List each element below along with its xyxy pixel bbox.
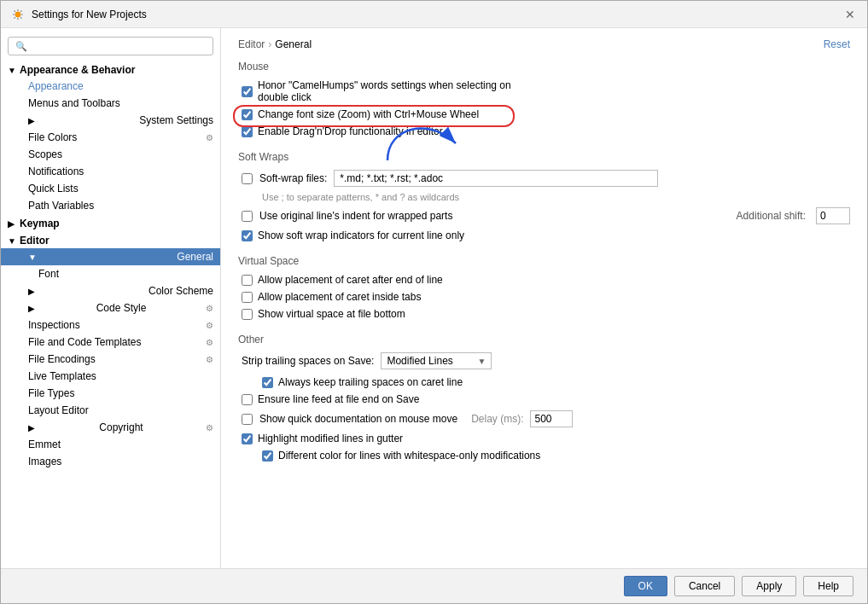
mouse-section: Mouse Honor "CamelHumps" words settings … (238, 61, 850, 137)
title-bar: Settings for New Projects ✕ (1, 1, 867, 28)
expand-arrow-system: ▶ (28, 116, 37, 125)
title-bar-left: Settings for New Projects (11, 8, 147, 21)
breadcrumb: Editor › General (238, 38, 850, 50)
sidebar-item-menus-toolbars[interactable]: Menus and Toolbars (1, 95, 220, 112)
show-indicators-checkbox[interactable] (242, 230, 253, 241)
additional-shift-input[interactable] (816, 207, 850, 224)
show-indicators-row: Show soft wrap indicators for current li… (238, 229, 850, 241)
cancel-button[interactable]: Cancel (674, 576, 735, 596)
show-quick-doc-row: Show quick documentation on mouse move D… (238, 410, 850, 427)
sidebar-item-file-types[interactable]: File Types (1, 385, 220, 402)
sidebar-item-font[interactable]: Font (1, 265, 220, 282)
sidebar-item-system-settings[interactable]: ▶ System Settings (1, 112, 220, 129)
always-keep-trailing-label: Always keep trailing spaces on caret lin… (278, 376, 463, 388)
sidebar-item-code-style-label: Code Style (96, 302, 147, 314)
sidebar-item-notifications[interactable]: Notifications (1, 163, 220, 180)
additional-shift-label: Additional shift: (737, 210, 806, 222)
expand-arrow-keymap: ▶ (8, 219, 16, 229)
different-color-checkbox[interactable] (262, 450, 273, 462)
dialog-footer: OK Cancel Apply Help (1, 568, 867, 603)
sidebar-section-keymap-label: Keymap (20, 218, 60, 229)
ensure-line-feed-label: Ensure line feed at file end on Save (258, 393, 419, 405)
allow-caret-tabs-label: Allow placement of caret inside tabs (258, 291, 421, 303)
sidebar-item-file-encodings[interactable]: File Encodings ⚙ (1, 351, 220, 368)
sidebar-item-general-label: General (177, 251, 213, 263)
highlight-modified-label: Highlight modified lines in gutter (258, 433, 403, 444)
sidebar-item-appearance[interactable]: Appearance (1, 78, 220, 95)
sidebar-item-layout-editor[interactable]: Layout Editor (1, 402, 220, 419)
expand-arrow-code-style: ▶ (28, 304, 37, 313)
use-original-indent-label: Use original line's indent for wrapped p… (259, 210, 452, 222)
sidebar-item-scopes[interactable]: Scopes (1, 146, 220, 163)
strip-trailing-value: Modified Lines (387, 355, 452, 367)
strip-trailing-dropdown[interactable]: Modified Lines ▼ (381, 352, 492, 369)
sidebar-item-live-templates[interactable]: Live Templates (1, 368, 220, 385)
file-colors-icon: ⚙ (206, 133, 213, 142)
soft-wrap-files-input[interactable] (334, 170, 658, 187)
sidebar-item-inspections[interactable]: Inspections ⚙ (1, 317, 220, 334)
show-virtual-space-checkbox[interactable] (242, 309, 253, 320)
sidebar-section-keymap[interactable]: ▶ Keymap (1, 214, 220, 231)
close-button[interactable]: ✕ (843, 8, 857, 21)
sidebar-item-copyright[interactable]: ▶ Copyright ⚙ (1, 419, 220, 436)
breadcrumb-parent: Editor (238, 38, 265, 50)
sidebar-item-copyright-label: Copyright (99, 421, 143, 433)
svg-point-0 (15, 12, 20, 17)
sidebar-item-file-code-templates[interactable]: File and Code Templates ⚙ (1, 334, 220, 351)
settings-dialog: Settings for New Projects ✕ 🔍 ▼ Appearan… (0, 0, 868, 604)
ensure-line-feed-checkbox[interactable] (242, 394, 253, 405)
ok-button[interactable]: OK (624, 576, 667, 596)
delay-input[interactable] (530, 410, 573, 427)
sidebar-section-editor[interactable]: ▼ Editor (1, 231, 220, 248)
search-input[interactable] (31, 40, 206, 52)
reset-link[interactable]: Reset (824, 38, 850, 50)
honor-camelhumps-label: Honor "CamelHumps" words settings when s… (258, 79, 511, 103)
dropdown-arrow-icon: ▼ (478, 357, 486, 366)
sidebar-section-editor-label: Editor (20, 235, 50, 247)
code-style-icon: ⚙ (206, 304, 213, 313)
allow-caret-tabs-checkbox[interactable] (242, 292, 253, 303)
sidebar-item-color-scheme[interactable]: ▶ Color Scheme (1, 282, 220, 299)
allow-caret-end-checkbox[interactable] (242, 275, 253, 286)
apply-button[interactable]: Apply (742, 576, 796, 596)
sidebar-section-appearance-label: Appearance & Behavior (20, 64, 135, 76)
show-virtual-space-label: Show virtual space at file bottom (258, 308, 405, 320)
different-color-row: Different color for lines with whitespac… (238, 450, 850, 462)
help-button[interactable]: Help (803, 576, 853, 596)
sidebar-item-appearance-label: Appearance (28, 80, 84, 92)
sidebar-item-path-variables[interactable]: Path Variables (1, 197, 220, 214)
soft-wrap-files-checkbox[interactable] (242, 173, 253, 184)
honor-camelhumps-checkbox[interactable] (242, 86, 253, 97)
show-quick-doc-checkbox[interactable] (242, 414, 253, 425)
highlight-modified-checkbox[interactable] (242, 433, 253, 444)
show-quick-doc-label: Show quick documentation on mouse move (259, 413, 457, 425)
virtual-space-title: Virtual Space (238, 255, 850, 267)
enable-dragndrop-checkbox[interactable] (242, 126, 253, 137)
allow-caret-tabs-row: Allow placement of caret inside tabs (238, 291, 850, 303)
sidebar-item-general[interactable]: ▼ General (1, 248, 220, 265)
soft-wrap-files-row: Soft-wrap files: (238, 170, 850, 187)
sidebar-item-quick-lists[interactable]: Quick Lists (1, 180, 220, 197)
always-keep-trailing-checkbox[interactable] (262, 377, 273, 388)
expand-arrow-general: ▼ (28, 253, 37, 262)
change-font-size-checkbox[interactable] (242, 109, 253, 120)
sidebar-item-images[interactable]: Images (1, 453, 220, 470)
soft-wrap-files-label: Soft-wrap files: (259, 172, 327, 184)
strip-trailing-label: Strip trailing spaces on Save: (242, 355, 374, 367)
sidebar-item-menus-toolbars-label: Menus and Toolbars (28, 97, 120, 109)
mouse-section-title: Mouse (238, 61, 850, 73)
sidebar-item-emmet[interactable]: Emmet (1, 436, 220, 453)
honor-camelhumps-row: Honor "CamelHumps" words settings when s… (238, 79, 850, 103)
settings-icon (11, 8, 25, 21)
sidebar-item-code-style[interactable]: ▶ Code Style ⚙ (1, 299, 220, 317)
use-original-indent-checkbox[interactable] (242, 211, 253, 222)
file-encodings-icon: ⚙ (206, 355, 213, 364)
sidebar-item-inspections-label: Inspections (28, 319, 80, 331)
sidebar-section-appearance-behavior[interactable]: ▼ Appearance & Behavior (1, 61, 220, 78)
dialog-title: Settings for New Projects (32, 9, 147, 20)
delay-label: Delay (ms): (471, 413, 523, 425)
search-box[interactable]: 🔍 (8, 37, 213, 55)
sidebar-item-file-colors[interactable]: File Colors ⚙ (1, 129, 220, 146)
sidebar-item-emmet-label: Emmet (28, 438, 61, 450)
use-original-indent-row: Use original line's indent for wrapped p… (238, 207, 850, 224)
